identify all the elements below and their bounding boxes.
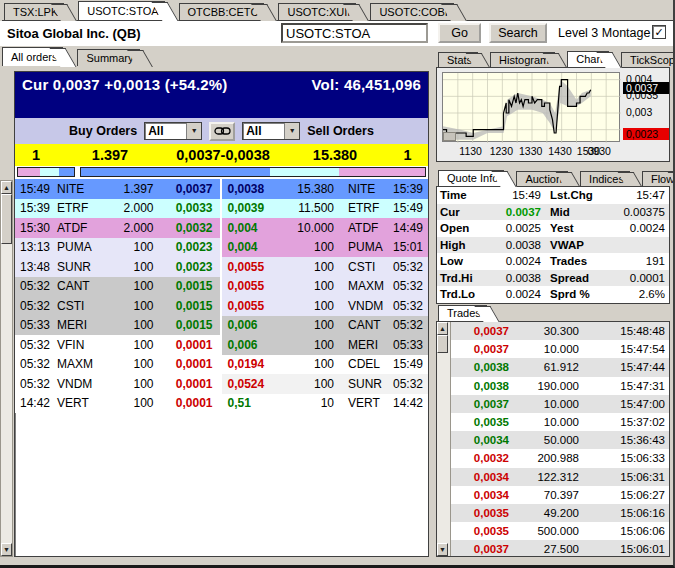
chevron-down-icon[interactable]: ▼	[284, 123, 299, 139]
tab-stats[interactable]: Stats	[438, 52, 478, 67]
quote-label: Lst.Chg	[541, 189, 597, 201]
bid-order-row[interactable]: 05:32CSTI1000,0015	[15, 296, 220, 316]
ask-order-row[interactable]: 0,0524100SUNR05:32	[222, 374, 429, 394]
quote-info-row: Time15:49Lst.Chg15:47	[437, 187, 669, 204]
bid-order-row[interactable]: 13:13PUMA1000,0023	[15, 238, 220, 258]
bid-order-row[interactable]: 15:49NITE1.3970,0037	[15, 179, 220, 199]
ask-order-row[interactable]: 0,0055100CSTI05:32	[222, 257, 429, 277]
ask-order-row[interactable]: 0,5110VERT14:42	[222, 394, 429, 414]
tab-trades[interactable]: Trades	[438, 305, 487, 321]
trade-size: 61.912	[509, 361, 579, 373]
tab-auction[interactable]: Auction	[516, 171, 568, 186]
tab-summary[interactable]: Summary	[77, 49, 139, 66]
ask-order-row[interactable]: 0,003815.380NITE15:39	[222, 179, 429, 199]
trades-scrollbar[interactable]: ▲ ▼	[437, 322, 451, 556]
bid-order-row[interactable]: 13:48SUNR1000,0023	[15, 257, 220, 277]
trade-row[interactable]: 0,003510.00015:37:02	[451, 413, 669, 431]
search-button[interactable]: Search	[489, 23, 547, 43]
trade-size: 10.000	[509, 398, 579, 410]
trade-row[interactable]: 0,003470.39715:06:27	[451, 486, 669, 504]
scroll-up-icon[interactable]: ▲	[1, 181, 12, 194]
order-mmid: ETRF	[51, 201, 101, 215]
link-filters-button[interactable]	[209, 122, 235, 141]
y-axis-tick: 0,003	[626, 106, 652, 118]
bid-order-row[interactable]: 05:32CANT1000,0015	[15, 277, 220, 297]
intraday-chart: 0,0040,00350,0030,00370,0023 11301230133…	[436, 67, 670, 162]
sell-filter-select[interactable]: All ▼	[242, 122, 300, 140]
scrollbar-thumb[interactable]	[1, 194, 12, 244]
y-axis-price-badge: 0,0023	[623, 128, 669, 140]
tab-usotc-cobi[interactable]: USOTC:COBI	[370, 3, 453, 20]
buy-filter-select[interactable]: All ▼	[144, 122, 202, 140]
orders-scrollbar[interactable]: ▲ ▼	[0, 180, 13, 557]
tab-all-orders[interactable]: All orders	[2, 47, 63, 66]
ask-order-row[interactable]: 0,004100PUMA15:01	[222, 238, 429, 258]
bid-order-row[interactable]: 05:32VFIN1000,0001	[15, 335, 220, 355]
trade-row[interactable]: 0,003710.00015:47:00	[451, 395, 669, 413]
level3-montage-checkbox[interactable]: ✓	[652, 25, 666, 39]
ask-order-row[interactable]: 0,006100MERI05:33	[222, 335, 429, 355]
chart-x-axis: 113012301330143015300930	[442, 145, 622, 158]
bid-order-row[interactable]: 05:33MERI1000,0015	[15, 316, 220, 336]
order-time: 05:32	[15, 338, 51, 352]
scroll-up-icon[interactable]: ▲	[437, 322, 448, 335]
tab-otcbb-cetc[interactable]: OTCBB:CETC	[179, 3, 265, 20]
order-mmid: ATDF	[342, 221, 388, 235]
scroll-down-icon[interactable]: ▼	[1, 543, 12, 556]
tab-quote-info[interactable]: Quote Info	[438, 170, 504, 186]
trade-row[interactable]: 0,0035500.00015:06:06	[451, 522, 669, 540]
trades-list: 0,003730.30015:48:480,003710.00015:47:54…	[451, 322, 669, 556]
ask-count: 1	[387, 147, 428, 163]
scrollbar-thumb[interactable]	[437, 335, 448, 353]
ask-order-row[interactable]: 0,003911.500ETRF15:49	[222, 199, 429, 219]
trades-panel: ▲ ▼ 0,003730.30015:48:480,003710.00015:4…	[436, 321, 670, 557]
chart-tabbar: Stats Histogram Chart TickScope	[438, 50, 675, 67]
tab-usotc-stoa[interactable]: USOTC:STOA	[78, 1, 164, 20]
quote-label: Trd.Lo	[437, 288, 483, 300]
ask-order-row[interactable]: 0,006100CANT05:32	[222, 316, 429, 336]
tab-histogram[interactable]: Histogram	[490, 52, 555, 67]
order-size: 100	[101, 279, 164, 293]
bid-order-row[interactable]: 15:30ATDF2.0000,0032	[15, 218, 220, 238]
trade-size: 50.000	[509, 434, 579, 446]
scroll-down-icon[interactable]: ▼	[437, 543, 448, 556]
trade-row[interactable]: 0,003730.30015:48:48	[451, 322, 669, 340]
trade-row[interactable]: 0,003549.20015:06:16	[451, 504, 669, 522]
order-size: 100	[278, 357, 343, 371]
chevron-down-icon[interactable]: ▼	[186, 123, 201, 139]
trade-row[interactable]: 0,0038190.00015:47:31	[451, 377, 669, 395]
chart-scroll-thumb[interactable]	[443, 132, 456, 141]
go-button[interactable]: Go	[438, 23, 481, 43]
ask-order-row[interactable]: 0,0055100VNDM05:32	[222, 296, 429, 316]
trade-price: 0,0035	[451, 525, 509, 537]
ask-order-row[interactable]: 0,00410.000ATDF14:49	[222, 218, 429, 238]
trade-row[interactable]: 0,003727.50015:06:01	[451, 540, 669, 557]
symbol-input[interactable]	[281, 23, 428, 43]
bid-order-row[interactable]: 15:39ETRF2.0000,0033	[15, 199, 220, 219]
tab-chart[interactable]: Chart	[567, 51, 609, 67]
trade-time: 15:48:48	[579, 325, 669, 337]
x-axis-tick: 1330	[519, 145, 542, 157]
ask-order-row[interactable]: 0,0194100CDEL15:49	[222, 355, 429, 375]
trade-row[interactable]: 0,003710.00015:47:54	[451, 340, 669, 358]
tab-tickscope[interactable]: TickScope	[621, 52, 675, 67]
bid-order-row[interactable]: 14:42VERT1000,0001	[15, 394, 220, 414]
trade-row[interactable]: 0,0034122.31215:06:31	[451, 468, 669, 486]
order-time: 15:49	[388, 201, 428, 215]
ask-order-row[interactable]: 0,0055100MAXM05:32	[222, 277, 429, 297]
order-mmid: ATDF	[51, 221, 101, 235]
tab-usotc-xuii[interactable]: USOTC:XUII	[278, 3, 356, 20]
bid-order-row[interactable]: 05:32VNDM1000,0001	[15, 374, 220, 394]
quote-tabbar: Quote Info Auction Indices Flow	[438, 169, 675, 186]
order-size: 2.000	[101, 201, 164, 215]
order-size: 100	[278, 240, 343, 254]
bid-order-row[interactable]: 05:32MAXM1000,0001	[15, 355, 220, 375]
tab-flow[interactable]: Flow	[642, 171, 675, 186]
tab-indices[interactable]: Indices	[580, 171, 630, 186]
trade-row[interactable]: 0,0032200.98815:06:33	[451, 449, 669, 467]
order-time: 05:32	[388, 260, 428, 274]
trade-row[interactable]: 0,003450.00015:36:43	[451, 431, 669, 449]
trade-row[interactable]: 0,003861.91215:47:44	[451, 358, 669, 376]
tab-tsx-lpk[interactable]: TSX:LPK	[4, 3, 64, 20]
quote-value: 0.0001	[597, 272, 669, 284]
